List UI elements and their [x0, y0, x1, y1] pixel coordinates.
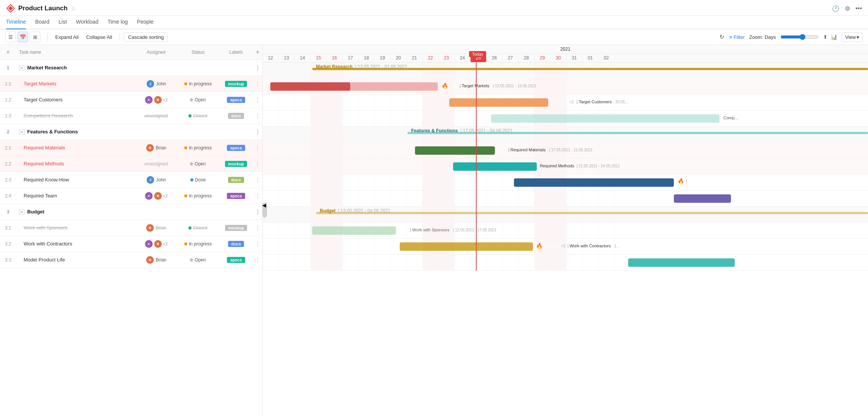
view-button[interactable]: View ▾ [842, 32, 863, 42]
tab-timeline[interactable]: Timeline [6, 16, 26, 29]
gantt-grid-cell [263, 239, 279, 255]
row-assigned: unassigned [135, 161, 177, 167]
gantt-bar-label: Required Methods | 21.05.2021 - 24.05.20… [540, 164, 620, 168]
filter-button[interactable]: ≡ Filter [729, 34, 744, 40]
status-dot [184, 82, 187, 85]
gantt-grid-cell [423, 255, 439, 271]
status-text: Open [195, 257, 206, 263]
gantt-grid-cell [598, 79, 614, 95]
gantt-grid-cell [519, 255, 535, 271]
row-menu[interactable]: ⋮ [253, 65, 262, 71]
fire-icon: 🔥 [442, 83, 448, 89]
divider: | [686, 179, 687, 183]
gantt-grid-cell [375, 159, 391, 175]
gantt-grid-cell [391, 207, 407, 223]
status-dot [190, 258, 193, 261]
row-menu[interactable]: ⋮ [253, 145, 262, 151]
status-text: In progress [189, 145, 212, 151]
row-number: 2.2 [0, 161, 16, 167]
settings-icon[interactable]: ⚙ [845, 5, 850, 12]
list-view-icon[interactable]: ☰ [5, 32, 16, 42]
more-icon[interactable]: ••• [855, 5, 862, 12]
row-menu[interactable]: ⋮ [253, 129, 262, 135]
history-icon[interactable]: 🕐 [832, 5, 839, 12]
row-menu[interactable]: ⋮ [253, 97, 262, 103]
gantt-grid-cell [550, 255, 566, 271]
tab-workload[interactable]: Workload [76, 16, 99, 29]
row-menu[interactable]: ⋮ [253, 81, 262, 87]
gantt-grid-cell [263, 63, 279, 79]
gantt-bar-label: Comp... [723, 115, 738, 120]
row-menu[interactable]: ⋮ [253, 113, 262, 119]
day-header-cell: 20 [391, 54, 407, 62]
gantt-row: B | Required Materials | 17.05.2021 - 21… [263, 143, 868, 159]
refresh-icon[interactable]: ↻ [720, 34, 724, 40]
section-bar [316, 212, 868, 214]
row-menu[interactable]: ⋮ [253, 209, 262, 215]
row-task-name: − Features & Functions [16, 127, 135, 137]
gantt-grid-cell [359, 127, 375, 143]
chart-icon[interactable]: 📊 [831, 34, 837, 40]
row-menu[interactable]: ⋮ [253, 241, 262, 247]
gantt-bar-label: Target Markets [462, 83, 492, 88]
gantt-grid-cell [423, 111, 439, 127]
gantt-row: 🔥 | [263, 175, 868, 191]
gantt-grid-cell [295, 111, 311, 127]
row-number: 1.1 [0, 81, 16, 87]
collapse-icon[interactable]: − [19, 65, 24, 71]
tab-board[interactable]: Board [35, 16, 49, 29]
day-header-cell: 14 [295, 54, 311, 62]
gantt-row: 🔥 J | Target Markets | 13.05.2021 - 19.0… [263, 79, 868, 95]
gantt-grid-cell [407, 255, 423, 271]
row-number: 3.1 [0, 225, 16, 231]
collapse-icon[interactable]: − [19, 209, 24, 215]
tab-list[interactable]: List [59, 16, 67, 29]
gantt-grid-cell [598, 255, 614, 271]
zoom-slider[interactable] [780, 34, 819, 40]
row-menu[interactable]: ⋮ [253, 177, 262, 183]
grid-view-icon[interactable]: ⊞ [30, 32, 40, 42]
upload-icon[interactable]: ⬆ [823, 34, 828, 40]
table-row: 3 − Budget ⋮ [0, 204, 262, 220]
row-assigned: J John [135, 176, 177, 184]
day-header-cell: 21 [407, 54, 423, 62]
gantt-grid-cell [375, 191, 391, 207]
gantt-grid-cell [327, 111, 343, 127]
toolbar: ☰ 📅 ⊞ Expand All Collapse All Cascade so… [0, 29, 868, 45]
gantt-grid-cell [439, 175, 455, 191]
gantt-grid-cell [566, 223, 582, 239]
row-menu[interactable]: ⋮ [253, 193, 262, 199]
day-header-cell: 18 [359, 54, 375, 62]
gantt-row: Comp... [263, 111, 868, 127]
gantt-grid-cell [279, 207, 295, 223]
cascade-sorting-button[interactable]: Cascade sorting [124, 32, 168, 42]
row-menu[interactable]: ⋮ [253, 257, 262, 263]
tab-timelog[interactable]: Time log [107, 16, 128, 29]
row-menu[interactable]: ⋮ [253, 225, 262, 231]
day-header-cell: 24 [455, 54, 471, 62]
expand-all-button[interactable]: Expand All [51, 33, 82, 42]
collapse-icon[interactable]: − [19, 129, 24, 135]
gantt-grid-cell [455, 63, 471, 79]
avatar: B [154, 240, 162, 248]
gantt-grid-cell [455, 111, 471, 127]
gantt-row: 🔥 A B +2 | Work with Contractors 1... [263, 239, 868, 255]
tab-people[interactable]: People [137, 16, 154, 29]
scroll-handle[interactable]: ◀ [262, 202, 267, 218]
gantt-bar-label: Required Materials [511, 147, 548, 152]
gantt-grid-cell [391, 191, 407, 207]
row-menu[interactable]: ⋮ [253, 161, 262, 167]
star-icon[interactable]: ☆ [70, 5, 76, 12]
gantt-grid-cell [423, 207, 439, 223]
gantt-grid-cell [295, 95, 311, 111]
calendar-view-icon[interactable]: 📅 [18, 32, 28, 42]
row-status: In progress [177, 145, 219, 151]
add-column-button[interactable]: + [253, 47, 262, 57]
status-dot [188, 114, 191, 117]
day-header-cell: 30 [550, 54, 566, 62]
gantt-bar [415, 146, 495, 155]
collapse-all-button[interactable]: Collapse All [82, 33, 116, 42]
row-status: In progress [177, 81, 219, 87]
row-label: specs [219, 193, 253, 199]
table-row: 3.1 Work with Sponsors B Brian Closed mo… [0, 220, 262, 236]
